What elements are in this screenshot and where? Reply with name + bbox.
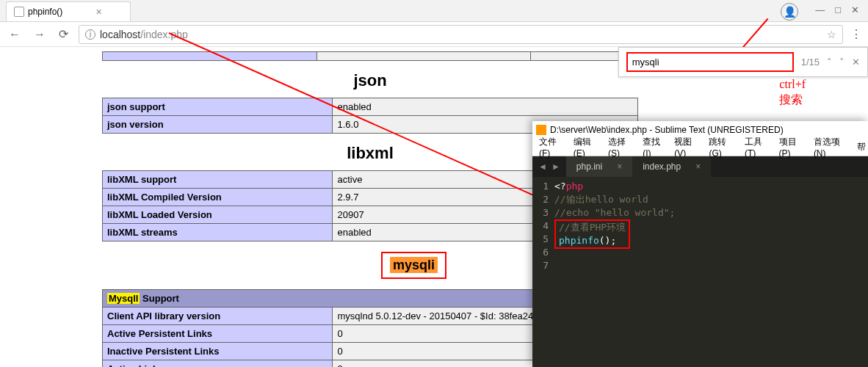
close-tab-icon[interactable]: × bbox=[95, 6, 101, 18]
sublime-text-window: D:\server\Web\index.php - Sublime Text (… bbox=[532, 121, 868, 367]
sublime-menubar: 文件(F) 编辑(E) 选择(S) 查找(I) 视图(V) 跳转(G) 工具(T… bbox=[532, 139, 868, 156]
find-input-highlight bbox=[626, 52, 794, 72]
find-prev-icon[interactable]: ˄ bbox=[827, 57, 832, 68]
find-close-icon[interactable]: ✕ bbox=[852, 57, 860, 68]
table-row-cut bbox=[102, 51, 638, 61]
sublime-title-text: D:\server\Web\index.php - Sublime Text (… bbox=[550, 125, 784, 135]
table-row: json supportenabled bbox=[103, 98, 638, 116]
menu-goto[interactable]: 跳转(G) bbox=[706, 134, 739, 160]
find-in-page-bar: 1/15 ˄ ˅ ✕ bbox=[618, 47, 868, 77]
forward-button[interactable]: → bbox=[31, 28, 48, 41]
sublime-tab-index[interactable]: index.php × bbox=[632, 156, 711, 177]
back-button[interactable]: ← bbox=[6, 28, 23, 41]
sublime-icon bbox=[536, 125, 546, 135]
line-gutter: 1234567 bbox=[532, 180, 554, 272]
close-tab-icon[interactable]: × bbox=[695, 161, 701, 172]
menu-icon[interactable]: ⋮ bbox=[850, 27, 862, 41]
menu-project[interactable]: 项目(P) bbox=[777, 134, 809, 160]
mysqli-highlight-box: mysqli bbox=[381, 252, 446, 279]
sublime-tab-phpini[interactable]: php.ini × bbox=[566, 156, 632, 177]
find-next-icon[interactable]: ˅ bbox=[839, 57, 845, 68]
page-icon bbox=[14, 7, 24, 17]
menu-tools[interactable]: 工具(T) bbox=[742, 134, 774, 160]
code-area[interactable]: <?php //输出hello world //echo "hello worl… bbox=[554, 180, 868, 272]
url-text: localhost/index.php bbox=[100, 29, 822, 40]
browser-tab[interactable]: phpinfo() × bbox=[6, 1, 131, 21]
sublime-editor[interactable]: 1234567 <?php //输出hello world //echo "he… bbox=[532, 177, 868, 272]
maximize-button[interactable]: □ bbox=[835, 4, 841, 15]
close-tab-icon[interactable]: × bbox=[617, 161, 622, 172]
browser-tab-bar: phpinfo() × bbox=[0, 0, 868, 22]
bookmark-star-icon[interactable]: ☆ bbox=[827, 29, 836, 40]
site-info-icon[interactable]: i bbox=[85, 29, 95, 40]
find-count: 1/15 bbox=[801, 57, 820, 68]
sublime-tab-nav: ◄ ► bbox=[532, 156, 566, 177]
tab-title: phpinfo() bbox=[28, 7, 62, 17]
find-input[interactable] bbox=[632, 57, 756, 68]
menu-prefs[interactable]: 首选项(N) bbox=[811, 134, 852, 160]
reload-button[interactable]: ⟳ bbox=[56, 27, 71, 41]
section-json-header: json bbox=[102, 71, 638, 90]
annotation-ctrlf: ctrl+f 搜索 bbox=[779, 77, 806, 108]
close-button[interactable]: ✕ bbox=[851, 4, 859, 15]
menu-help[interactable]: 帮 bbox=[855, 139, 868, 155]
minimize-button[interactable]: — bbox=[815, 4, 825, 15]
tab-nav-fwd-icon[interactable]: ► bbox=[551, 161, 560, 172]
address-bar: ← → ⟳ i localhost/index.php ☆ ⋮ bbox=[0, 22, 868, 47]
code-highlight-box: //查看PHP环境phpinfo(); bbox=[554, 219, 630, 249]
window-controls: — □ ✕ bbox=[815, 4, 859, 15]
tab-nav-back-icon[interactable]: ◄ bbox=[538, 161, 547, 172]
profile-icon[interactable]: 👤 bbox=[781, 3, 798, 21]
url-field[interactable]: i localhost/index.php ☆ bbox=[79, 25, 843, 44]
